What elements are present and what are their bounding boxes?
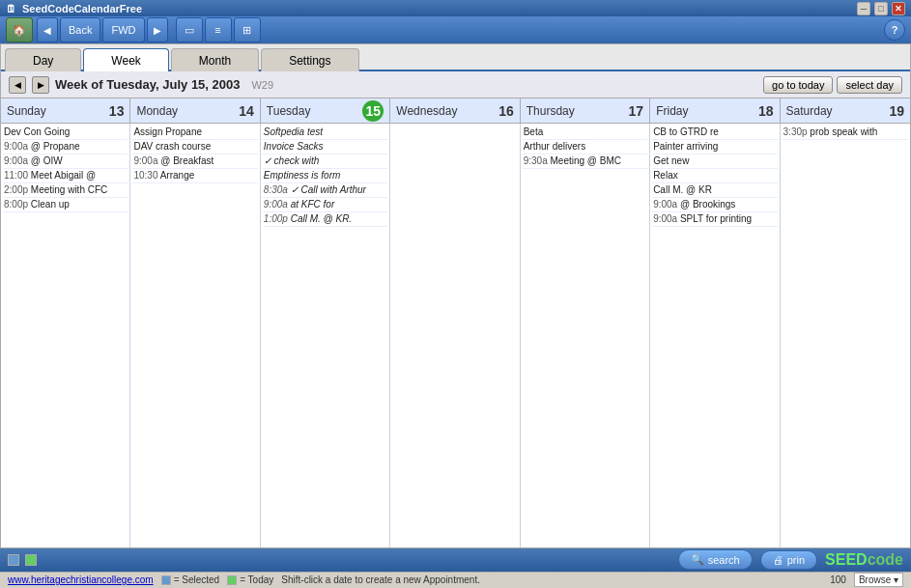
day-col-tuesday: Softpedia test Invoice Sacks ✓ check wit… <box>261 124 390 547</box>
legend-today <box>25 554 37 566</box>
day-name-wednesday: Wednesday <box>396 104 457 118</box>
event-mon-4[interactable]: 10:30 Arrange <box>132 169 257 183</box>
event-fri-5[interactable]: Call M. @ KR <box>652 183 777 198</box>
event-mon-3[interactable]: 9:00a @ Breakfast <box>132 154 257 169</box>
event-fri-1[interactable]: CB to GTRD re <box>652 126 777 140</box>
search-button[interactable]: 🔍 search <box>678 549 753 570</box>
event-tue-1[interactable]: Softpedia test <box>263 126 387 140</box>
day-num-thursday: 17 <box>629 103 644 119</box>
tab-day[interactable]: Day <box>5 48 81 71</box>
seedcode-logo: SEEDcode <box>825 551 903 569</box>
week-title: Week of Tuesday, July 15, 2003 <box>55 77 240 92</box>
day-name-tuesday: Tuesday <box>267 104 311 118</box>
calendar-area: ◀ ▶ Week of Tuesday, July 15, 2003 W29 g… <box>1 71 910 547</box>
day-num-wednesday: 16 <box>498 103 514 119</box>
view-grid-button[interactable]: ⊞ <box>234 17 261 42</box>
app-title: SeedCodeCalendarFree <box>22 3 142 14</box>
search-label: search <box>708 554 740 566</box>
bottom-right: 🔍 search 🖨 prin SEEDcode <box>678 549 903 570</box>
app-container: 🗓 SeedCodeCalendarFree ─ □ ✕ 🏠 ◀ Back FW… <box>0 0 911 588</box>
event-fri-4[interactable]: Relax <box>652 169 777 183</box>
event-tue-3[interactable]: ✓ check with <box>263 154 387 169</box>
view-single-button[interactable]: ▭ <box>176 17 203 42</box>
day-num-tuesday: 15 <box>362 100 384 122</box>
bottom-bar: 🔍 search 🖨 prin SEEDcode <box>0 548 911 571</box>
event-sat-1[interactable]: 3:30p prob speak with <box>783 126 908 140</box>
back-arrow[interactable]: ◀ <box>37 17 58 42</box>
tab-settings[interactable]: Settings <box>261 48 358 71</box>
event-fri-3[interactable]: Get new <box>652 154 777 169</box>
legend-today-label: = Today <box>227 574 273 585</box>
select-day-button[interactable]: select day <box>837 76 902 94</box>
print-icon: 🖨 <box>773 554 783 566</box>
day-header-thursday[interactable]: Thursday 17 <box>521 98 650 123</box>
status-link[interactable]: www.heritagechristiancollege.com <box>8 574 154 585</box>
event-fri-7[interactable]: 9:00a SPLT for printing <box>652 212 777 227</box>
close-button[interactable]: ✕ <box>892 2 905 15</box>
event-fri-2[interactable]: Painter arriving <box>652 140 777 154</box>
maximize-button[interactable]: □ <box>874 2 888 15</box>
print-button[interactable]: 🖨 prin <box>760 550 817 570</box>
title-bar-controls: ─ □ ✕ <box>857 2 905 15</box>
day-num-monday: 14 <box>239 103 254 119</box>
tab-month[interactable]: Month <box>171 48 259 71</box>
event-tue-4[interactable]: Emptiness is form <box>263 169 387 183</box>
day-num-sunday: 13 <box>109 103 125 119</box>
day-header-saturday[interactable]: Saturday 19 <box>781 98 910 123</box>
event-thu-2[interactable]: Arthur delivers <box>523 140 647 154</box>
event-sun-3[interactable]: 9:00a @ OIW <box>3 154 128 169</box>
event-tue-6[interactable]: 9:00a at KFC for <box>263 198 387 212</box>
event-sun-4[interactable]: 11:00 Meet Abigail @ <box>3 169 128 183</box>
event-sun-1[interactable]: Dev Con Going <box>3 126 128 140</box>
week-header: ◀ ▶ Week of Tuesday, July 15, 2003 W29 g… <box>1 71 910 98</box>
day-name-monday: Monday <box>136 104 178 118</box>
day-col-saturday: 3:30p prob speak with <box>781 124 910 547</box>
legend-selected-box <box>8 554 19 566</box>
day-name-friday: Friday <box>656 104 688 118</box>
event-tue-5[interactable]: 8:30a ✓ Call with Arthur <box>263 183 387 198</box>
home-icon: 🏠 <box>13 24 26 37</box>
event-sun-6[interactable]: 8:00p Clean up <box>3 198 128 212</box>
event-mon-2[interactable]: DAV crash course <box>132 140 257 154</box>
goto-buttons: go to today select day <box>763 76 902 94</box>
event-thu-1[interactable]: Beta <box>523 126 647 140</box>
day-header-monday[interactable]: Monday 14 <box>130 98 260 123</box>
day-col-friday: CB to GTRD re Painter arriving Get new R… <box>650 124 780 547</box>
status-bar: www.heritagechristiancollege.com = Selec… <box>0 572 911 588</box>
help-button[interactable]: ? <box>884 19 905 41</box>
toolbar: 🏠 ◀ Back FWD ▶ ▭ ≡ ⊞ ? <box>0 16 911 43</box>
back-button[interactable]: Back <box>60 17 100 42</box>
week-num: W29 <box>251 79 273 91</box>
event-tue-7[interactable]: 1:00p Call M. @ KR. <box>263 212 387 227</box>
browse-select[interactable]: Browse ▾ <box>854 573 903 587</box>
status-hint: Shift-click a date to create a new Appoi… <box>281 574 480 585</box>
day-header-tuesday[interactable]: Tuesday 15 <box>261 98 390 123</box>
legend-selected <box>8 554 19 566</box>
prev-week-button[interactable]: ◀ <box>9 76 26 94</box>
home-button[interactable]: 🏠 <box>6 17 33 42</box>
view-list-button[interactable]: ≡ <box>205 17 232 42</box>
day-header-sunday[interactable]: Sunday 13 <box>1 98 130 123</box>
back-label: Back <box>69 24 92 36</box>
app-icon: 🗓 <box>6 3 16 14</box>
day-headers: Sunday 13 Monday 14 Tuesday 15 Wednesday… <box>1 98 910 124</box>
goto-today-button[interactable]: go to today <box>763 76 833 94</box>
day-col-monday: Assign Propane DAV crash course 9:00a @ … <box>130 124 260 547</box>
search-icon: 🔍 <box>691 553 704 566</box>
day-name-thursday: Thursday <box>527 104 575 118</box>
fwd-label: FWD <box>111 24 135 36</box>
day-header-friday[interactable]: Friday 18 <box>650 98 780 123</box>
day-col-sunday: Dev Con Going 9:00a @ Propane 9:00a @ OI… <box>1 124 130 547</box>
event-thu-3[interactable]: 9:30a Meeting @ BMC <box>523 154 647 169</box>
minimize-button[interactable]: ─ <box>857 2 870 15</box>
event-fri-6[interactable]: 9:00a @ Brookings <box>652 198 777 212</box>
fwd-arrow[interactable]: ▶ <box>147 17 168 42</box>
event-sun-5[interactable]: 2:00p Meeting with CFC <box>3 183 128 198</box>
event-sun-2[interactable]: 9:00a @ Propane <box>3 140 128 154</box>
event-mon-1[interactable]: Assign Propane <box>132 126 257 140</box>
event-tue-2[interactable]: Invoice Sacks <box>263 140 387 154</box>
day-header-wednesday[interactable]: Wednesday 16 <box>390 98 520 123</box>
next-week-button[interactable]: ▶ <box>32 76 49 94</box>
tab-week[interactable]: Week <box>83 48 168 71</box>
fwd-button[interactable]: FWD <box>102 17 144 42</box>
